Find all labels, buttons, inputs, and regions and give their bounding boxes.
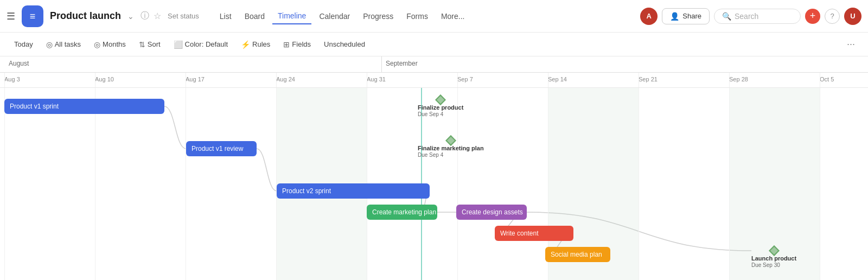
- milestone-date: Due Sep 4: [418, 152, 484, 158]
- date-divider: [548, 73, 548, 87]
- rules-label: Rules: [252, 40, 270, 48]
- hamburger-icon[interactable]: ☰: [7, 10, 15, 22]
- rules-icon: ⚡: [241, 40, 250, 49]
- timeline-body: Product v1 sprintProduct v1 reviewProduc…: [0, 88, 868, 280]
- all-tasks-icon: ◎: [46, 40, 53, 49]
- milestone-diamond-icon: [435, 94, 446, 105]
- grid-line: [4, 88, 5, 280]
- date-divider: [729, 73, 730, 87]
- title-chevron-icon[interactable]: ⌄: [127, 12, 134, 21]
- tab-more[interactable]: More...: [436, 9, 470, 24]
- tab-calendar[interactable]: Calendar: [314, 9, 355, 24]
- today-label: Today: [14, 40, 33, 48]
- collaborator-avatar: A: [640, 8, 658, 25]
- tab-forms[interactable]: Forms: [401, 9, 433, 24]
- date-label: Sep 7: [457, 76, 473, 82]
- gantt-bar[interactable]: Social media plan: [545, 247, 610, 262]
- nav-tabs: List Board Timeline Calendar Progress Fo…: [214, 8, 470, 24]
- date-label: Aug 17: [186, 76, 205, 82]
- all-tasks-button[interactable]: ◎ All tasks: [41, 37, 86, 52]
- search-icon: 🔍: [722, 12, 731, 21]
- sort-label: Sort: [148, 40, 161, 48]
- gantt-bar[interactable]: Product v2 sprint: [277, 183, 430, 199]
- grid-line: [276, 88, 277, 280]
- date-divider: [639, 73, 639, 87]
- user-avatar[interactable]: U: [844, 8, 861, 25]
- help-button[interactable]: ?: [825, 9, 840, 24]
- milestone-date: Due Sep 4: [418, 111, 463, 117]
- color-label: Color: Default: [185, 40, 228, 48]
- month-label: September: [381, 56, 422, 71]
- date-label: Sep 21: [639, 76, 658, 82]
- toolbar-more-icon[interactable]: ···: [843, 36, 859, 52]
- timeline-month-header: AugustSeptember: [0, 56, 868, 73]
- date-divider: [457, 73, 458, 87]
- all-tasks-label: All tasks: [55, 40, 81, 48]
- grid-line: [95, 88, 95, 280]
- date-divider: [367, 73, 367, 87]
- timeline-date-header: Aug 3Aug 10Aug 17Aug 24Aug 31Sep 7Sep 14…: [0, 73, 868, 88]
- months-icon: ◎: [94, 40, 100, 49]
- gantt-bar[interactable]: Product v1 sprint: [4, 99, 164, 114]
- share-icon: 👤: [670, 12, 679, 21]
- logo-char: ≡: [30, 11, 36, 21]
- gantt-bar[interactable]: Product v1 review: [186, 141, 257, 156]
- date-label: Aug 24: [276, 76, 295, 82]
- set-status-button[interactable]: Set status: [168, 12, 199, 20]
- tab-timeline[interactable]: Timeline: [272, 8, 311, 24]
- month-label: August: [4, 56, 33, 71]
- milestone: Finalize productDue Sep 4: [418, 96, 463, 117]
- milestone-diamond-icon: [769, 245, 780, 256]
- tab-progress[interactable]: Progress: [358, 9, 399, 24]
- fields-button[interactable]: ⊞ Fields: [278, 37, 316, 52]
- date-label: Aug 10: [95, 76, 114, 82]
- milestone-date: Due Sep 30: [751, 262, 796, 268]
- grid-line: [186, 88, 186, 280]
- months-label: Months: [103, 40, 126, 48]
- date-label: Sep 28: [729, 76, 748, 82]
- tab-board[interactable]: Board: [239, 9, 270, 24]
- grid-line: [639, 88, 639, 280]
- toolbar: Today ◎ All tasks ◎ Months ⇅ Sort ⬜ Colo…: [0, 33, 868, 56]
- milestone: Launch productDue Sep 30: [751, 247, 796, 268]
- info-icon[interactable]: ⓘ: [141, 10, 149, 22]
- today-button[interactable]: Today: [9, 37, 39, 51]
- grid-line: [729, 88, 730, 280]
- unscheduled-label: Unscheduled: [324, 40, 365, 48]
- grid-line: [820, 88, 820, 280]
- search-text: Search: [735, 12, 758, 21]
- date-divider: [276, 73, 277, 87]
- unscheduled-button[interactable]: Unscheduled: [318, 37, 371, 51]
- app-logo: ≡: [22, 5, 43, 27]
- nav-icons: ⓘ ☆ Set status: [141, 10, 199, 22]
- share-button[interactable]: 👤 Share: [662, 8, 710, 24]
- month-divider: [381, 56, 382, 72]
- gantt-bar[interactable]: Write content: [495, 226, 573, 241]
- date-divider: [4, 73, 5, 87]
- sort-icon: ⇅: [139, 40, 145, 49]
- add-button[interactable]: +: [805, 9, 820, 24]
- star-icon[interactable]: ☆: [154, 11, 161, 21]
- fields-icon: ⊞: [283, 40, 290, 49]
- milestone-diamond-icon: [445, 135, 456, 146]
- gantt-bar[interactable]: Create design assets: [456, 205, 527, 220]
- top-nav: ☰ ≡ Product launch ⌄ ⓘ ☆ Set status List…: [0, 0, 868, 33]
- gantt-bar[interactable]: Create marketing plan: [367, 205, 437, 220]
- sort-button[interactable]: ⇅ Sort: [133, 37, 166, 52]
- months-button[interactable]: ◎ Months: [88, 37, 131, 52]
- rules-button[interactable]: ⚡ Rules: [235, 37, 276, 52]
- date-label: Aug 31: [367, 76, 386, 82]
- date-label: Oct 5: [820, 76, 834, 82]
- date-label: Aug 3: [4, 76, 20, 82]
- search-bar[interactable]: 🔍 Search: [714, 9, 801, 24]
- date-label: Sep 14: [548, 76, 567, 82]
- date-divider: [95, 73, 95, 87]
- milestone: Finalize marketing planDue Sep 4: [418, 137, 484, 158]
- color-button[interactable]: ⬜ Color: Default: [168, 37, 233, 52]
- fields-label: Fields: [292, 40, 311, 48]
- date-divider: [186, 73, 186, 87]
- project-title: Product launch: [50, 10, 121, 22]
- milestone-label: Finalize product: [418, 104, 463, 111]
- date-divider: [820, 73, 820, 87]
- tab-list[interactable]: List: [214, 9, 237, 24]
